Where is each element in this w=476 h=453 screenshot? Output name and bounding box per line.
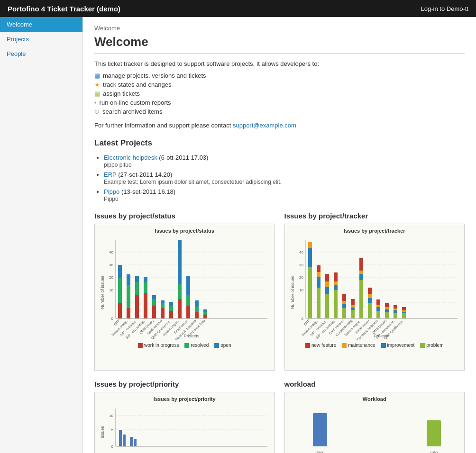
chart2-title: Issues by project/tracker [284,212,465,220]
chart1-box: Issues by project/status Number of issue… [94,224,275,371]
svg-text:20: 20 [299,275,303,280]
svg-rect-24 [152,306,156,318]
svg-rect-15 [127,308,130,318]
svg-rect-17 [127,274,130,285]
sidebar-item-people[interactable]: People [0,46,82,61]
chart3-svg-wrap: issues 10 5 0 [99,404,271,453]
legend-color-open [214,343,219,348]
svg-rect-106 [385,312,389,318]
svg-text:40: 40 [299,250,303,254]
svg-rect-96 [359,271,363,274]
svg-rect-31 [169,306,173,311]
svg-rect-37 [186,295,190,306]
svg-rect-117 [402,307,406,310]
main-content: Welcome Welcome This ticket tracker is d… [83,17,476,453]
project-link-1[interactable]: Electronic helpdesk [104,154,157,161]
legend-label-resolved: resolved [191,343,209,348]
svg-rect-113 [394,305,397,308]
svg-rect-18 [135,295,139,318]
legend-label-maint: maintenance [348,343,375,348]
svg-rect-14 [118,265,122,278]
svg-rect-79 [325,287,329,294]
contact-email[interactable]: support@example.com [233,122,296,129]
legend-item: resolved [184,343,209,348]
legend-color-resolved [184,343,189,348]
svg-rect-93 [351,299,355,305]
legend-label-wip: work in progress [144,343,179,348]
legend-label-problem: problem [426,343,443,348]
svg-rect-91 [351,308,355,310]
feature-text-4: run on-line custom reports [100,99,171,106]
legend-label-improvement: improvement [387,343,415,348]
list-item: ERP (27-set-2011 14.20) Example test: Lo… [104,171,465,185]
project-desc-2: Example test: Lorem ipsum dolor sit amet… [104,179,282,185]
chart-section-tracker: Issues by project/tracker Issues by proj… [284,212,465,371]
svg-rect-36 [186,306,190,318]
intro-text: This ticket tracker is designed to suppo… [94,60,465,67]
svg-rect-42 [203,315,207,318]
legend-item: problem [420,343,443,348]
svg-rect-19 [135,282,139,295]
svg-text:5: 5 [111,428,114,432]
svg-text:20: 20 [109,275,113,280]
chart4-svg: david colin [289,404,460,453]
legend-item: open [214,343,231,348]
report-icon: ▪ [94,99,97,106]
svg-rect-75 [317,277,320,288]
svg-rect-98 [368,303,372,318]
svg-rect-110 [394,313,397,318]
sidebar-item-welcome[interactable]: Welcome [0,17,82,32]
svg-rect-30 [169,311,173,318]
svg-rect-39 [195,312,199,318]
svg-text:40: 40 [109,250,113,254]
svg-rect-90 [351,310,355,318]
svg-rect-101 [368,288,372,294]
legend-item: work in progress [138,343,179,348]
feature-item-2: ★ track states and changes [94,81,465,88]
svg-rect-143 [313,413,327,446]
svg-text:Number of issues: Number of issues [290,275,295,309]
svg-rect-16 [127,285,130,308]
project-date-2-val: (27-set-2011 14.20) [118,171,172,178]
svg-rect-71 [308,248,312,267]
svg-rect-78 [325,294,329,318]
project-link-3[interactable]: Pippo [104,188,119,195]
svg-rect-35 [178,240,182,284]
svg-rect-145 [427,420,441,446]
svg-rect-92 [351,305,355,308]
svg-rect-115 [402,312,406,313]
svg-rect-84 [334,281,338,285]
chart4-inner-title: Workload [289,396,461,402]
login-link[interactable]: Log-in to Demo-tt [421,5,468,12]
project-desc-1: pippo pltuo [104,162,132,168]
svg-rect-97 [359,258,363,271]
legend-color-maint [342,343,347,348]
sidebar-item-projects[interactable]: Projects [0,32,82,46]
svg-rect-85 [334,272,338,281]
svg-rect-114 [402,313,406,318]
svg-text:0: 0 [111,317,114,321]
grid-icon: ▦ [94,72,100,79]
svg-rect-34 [178,284,182,299]
svg-rect-108 [385,307,389,309]
feature-item-4: ▪ run on-line custom reports [94,99,465,106]
contact-text: For further information and support plea… [94,122,465,129]
star-icon: ★ [94,81,100,88]
chart1-inner-title: Issues by project/status [99,228,271,234]
svg-rect-103 [376,307,380,311]
svg-rect-26 [152,295,156,299]
legend-item: new feature [305,343,336,348]
svg-rect-70 [308,267,312,318]
svg-rect-41 [195,300,199,307]
svg-rect-88 [342,301,346,304]
list-item: Pippo (13-set-2011 16.18) Pippo [104,188,465,202]
svg-text:Projects: Projects [374,334,389,338]
svg-rect-109 [385,303,389,307]
legend-color-feature [305,343,310,348]
svg-rect-89 [342,294,346,301]
svg-rect-95 [359,274,363,280]
svg-rect-27 [161,308,165,318]
svg-rect-23 [144,277,147,282]
svg-text:0: 0 [301,317,303,321]
project-link-2[interactable]: ERP [104,171,117,178]
